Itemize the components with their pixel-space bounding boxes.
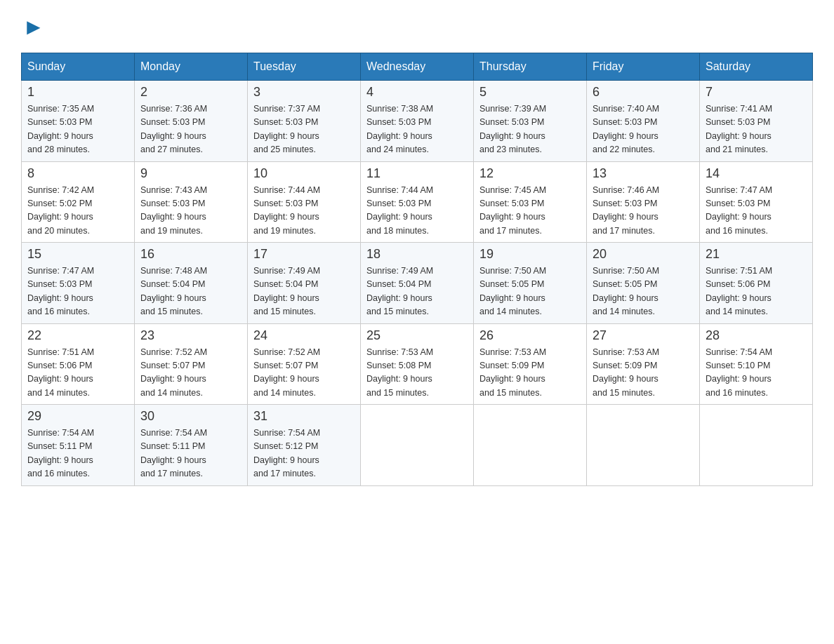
day-number: 20: [593, 247, 694, 262]
day-info: Sunrise: 7:50 AMSunset: 5:05 PMDaylight:…: [593, 266, 659, 316]
calendar-cell: 7 Sunrise: 7:41 AMSunset: 5:03 PMDayligh…: [700, 81, 813, 162]
calendar-cell: 13 Sunrise: 7:46 AMSunset: 5:03 PMDaylig…: [587, 161, 700, 243]
calendar-cell: 5 Sunrise: 7:39 AMSunset: 5:03 PMDayligh…: [474, 81, 587, 162]
calendar-cell: [361, 405, 474, 486]
day-number: 25: [366, 328, 468, 343]
day-number: 26: [479, 328, 581, 343]
day-number: 5: [479, 85, 581, 100]
day-number: 1: [27, 85, 128, 100]
calendar-cell: [700, 405, 813, 486]
calendar-cell: 19 Sunrise: 7:50 AMSunset: 5:05 PMDaylig…: [474, 243, 587, 324]
day-number: 17: [253, 247, 355, 262]
column-header-tuesday: Tuesday: [248, 53, 361, 81]
calendar-cell: 8 Sunrise: 7:42 AMSunset: 5:02 PMDayligh…: [22, 161, 135, 243]
day-info: Sunrise: 7:49 AMSunset: 5:04 PMDaylight:…: [366, 266, 433, 316]
calendar-cell: 21 Sunrise: 7:51 AMSunset: 5:06 PMDaylig…: [700, 243, 813, 324]
day-info: Sunrise: 7:53 AMSunset: 5:09 PMDaylight:…: [479, 347, 546, 398]
calendar-cell: 17 Sunrise: 7:49 AMSunset: 5:04 PMDaylig…: [248, 243, 361, 324]
day-info: Sunrise: 7:52 AMSunset: 5:07 PMDaylight:…: [140, 347, 207, 398]
calendar-cell: 29 Sunrise: 7:54 AMSunset: 5:11 PMDaylig…: [22, 405, 135, 486]
day-info: Sunrise: 7:37 AMSunset: 5:03 PMDaylight:…: [253, 104, 320, 154]
calendar-cell: 23 Sunrise: 7:52 AMSunset: 5:07 PMDaylig…: [135, 323, 248, 405]
day-info: Sunrise: 7:39 AMSunset: 5:03 PMDaylight:…: [479, 104, 546, 154]
calendar-cell: 14 Sunrise: 7:47 AMSunset: 5:03 PMDaylig…: [700, 161, 813, 243]
calendar-cell: 28 Sunrise: 7:54 AMSunset: 5:10 PMDaylig…: [700, 323, 813, 405]
day-info: Sunrise: 7:52 AMSunset: 5:07 PMDaylight:…: [253, 347, 320, 398]
day-number: 27: [593, 328, 694, 343]
column-header-friday: Friday: [587, 53, 700, 81]
calendar-cell: 1 Sunrise: 7:35 AMSunset: 5:03 PMDayligh…: [22, 81, 135, 162]
calendar-header-row: SundayMondayTuesdayWednesdayThursdayFrid…: [22, 53, 813, 81]
calendar-cell: 18 Sunrise: 7:49 AMSunset: 5:04 PMDaylig…: [361, 243, 474, 324]
calendar-cell: 26 Sunrise: 7:53 AMSunset: 5:09 PMDaylig…: [474, 323, 587, 405]
calendar-cell: [474, 405, 587, 486]
day-info: Sunrise: 7:53 AMSunset: 5:09 PMDaylight:…: [593, 347, 659, 398]
calendar-cell: [587, 405, 700, 486]
calendar-week-row: 22 Sunrise: 7:51 AMSunset: 5:06 PMDaylig…: [22, 323, 813, 405]
calendar-cell: 20 Sunrise: 7:50 AMSunset: 5:05 PMDaylig…: [587, 243, 700, 324]
logo-arrow-icon: ►: [22, 14, 45, 40]
calendar-table: SundayMondayTuesdayWednesdayThursdayFrid…: [21, 53, 813, 486]
calendar-cell: 24 Sunrise: 7:52 AMSunset: 5:07 PMDaylig…: [248, 323, 361, 405]
day-info: Sunrise: 7:49 AMSunset: 5:04 PMDaylight:…: [253, 266, 320, 316]
day-info: Sunrise: 7:47 AMSunset: 5:03 PMDaylight:…: [27, 266, 94, 316]
day-info: Sunrise: 7:47 AMSunset: 5:03 PMDaylight:…: [706, 185, 772, 236]
day-number: 8: [27, 166, 128, 181]
day-info: Sunrise: 7:54 AMSunset: 5:11 PMDaylight:…: [27, 428, 94, 478]
day-info: Sunrise: 7:41 AMSunset: 5:03 PMDaylight:…: [706, 104, 772, 154]
calendar-cell: 30 Sunrise: 7:54 AMSunset: 5:11 PMDaylig…: [135, 405, 248, 486]
column-header-thursday: Thursday: [474, 53, 587, 81]
day-number: 16: [140, 247, 241, 262]
logo: ►: [21, 14, 46, 39]
day-number: 9: [140, 166, 241, 181]
day-info: Sunrise: 7:51 AMSunset: 5:06 PMDaylight:…: [706, 266, 772, 316]
day-number: 3: [253, 85, 355, 100]
calendar-cell: 16 Sunrise: 7:48 AMSunset: 5:04 PMDaylig…: [135, 243, 248, 324]
day-info: Sunrise: 7:40 AMSunset: 5:03 PMDaylight:…: [593, 104, 659, 154]
calendar-cell: 2 Sunrise: 7:36 AMSunset: 5:03 PMDayligh…: [135, 81, 248, 162]
calendar-cell: 15 Sunrise: 7:47 AMSunset: 5:03 PMDaylig…: [22, 243, 135, 324]
day-number: 30: [140, 409, 241, 424]
day-number: 13: [593, 166, 694, 181]
calendar-week-row: 29 Sunrise: 7:54 AMSunset: 5:11 PMDaylig…: [22, 405, 813, 486]
calendar-week-row: 15 Sunrise: 7:47 AMSunset: 5:03 PMDaylig…: [22, 243, 813, 324]
day-info: Sunrise: 7:50 AMSunset: 5:05 PMDaylight:…: [479, 266, 546, 316]
day-number: 28: [706, 328, 807, 343]
column-header-sunday: Sunday: [22, 53, 135, 81]
day-info: Sunrise: 7:43 AMSunset: 5:03 PMDaylight:…: [140, 185, 207, 236]
day-number: 11: [366, 166, 468, 181]
day-number: 31: [253, 409, 355, 424]
day-number: 24: [253, 328, 355, 343]
column-header-wednesday: Wednesday: [361, 53, 474, 81]
day-number: 4: [366, 85, 468, 100]
day-number: 18: [366, 247, 468, 262]
day-info: Sunrise: 7:48 AMSunset: 5:04 PMDaylight:…: [140, 266, 207, 316]
calendar-cell: 27 Sunrise: 7:53 AMSunset: 5:09 PMDaylig…: [587, 323, 700, 405]
day-number: 19: [479, 247, 581, 262]
calendar-cell: 3 Sunrise: 7:37 AMSunset: 5:03 PMDayligh…: [248, 81, 361, 162]
day-number: 2: [140, 85, 241, 100]
day-info: Sunrise: 7:36 AMSunset: 5:03 PMDaylight:…: [140, 104, 207, 154]
day-info: Sunrise: 7:54 AMSunset: 5:11 PMDaylight:…: [140, 428, 207, 478]
day-number: 12: [479, 166, 581, 181]
calendar-cell: 4 Sunrise: 7:38 AMSunset: 5:03 PMDayligh…: [361, 81, 474, 162]
day-number: 7: [706, 85, 807, 100]
day-number: 29: [27, 409, 128, 424]
day-number: 15: [27, 247, 128, 262]
day-number: 10: [253, 166, 355, 181]
day-info: Sunrise: 7:44 AMSunset: 5:03 PMDaylight:…: [253, 185, 320, 236]
calendar-cell: 9 Sunrise: 7:43 AMSunset: 5:03 PMDayligh…: [135, 161, 248, 243]
day-info: Sunrise: 7:38 AMSunset: 5:03 PMDaylight:…: [366, 104, 433, 154]
day-info: Sunrise: 7:44 AMSunset: 5:03 PMDaylight:…: [366, 185, 433, 236]
day-number: 22: [27, 328, 128, 343]
calendar-cell: 25 Sunrise: 7:53 AMSunset: 5:08 PMDaylig…: [361, 323, 474, 405]
day-info: Sunrise: 7:35 AMSunset: 5:03 PMDaylight:…: [27, 104, 94, 154]
day-info: Sunrise: 7:54 AMSunset: 5:10 PMDaylight:…: [706, 347, 772, 398]
calendar-week-row: 1 Sunrise: 7:35 AMSunset: 5:03 PMDayligh…: [22, 81, 813, 162]
page-header: ►: [21, 14, 813, 39]
calendar-cell: 6 Sunrise: 7:40 AMSunset: 5:03 PMDayligh…: [587, 81, 700, 162]
calendar-cell: 11 Sunrise: 7:44 AMSunset: 5:03 PMDaylig…: [361, 161, 474, 243]
day-info: Sunrise: 7:54 AMSunset: 5:12 PMDaylight:…: [253, 428, 320, 478]
day-number: 23: [140, 328, 241, 343]
day-number: 14: [706, 166, 807, 181]
